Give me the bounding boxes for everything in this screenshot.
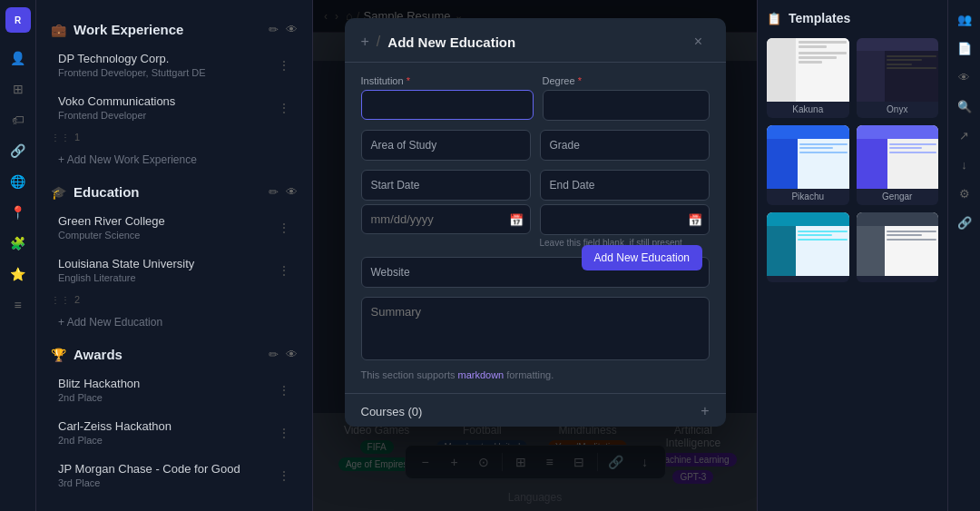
right-icon-download[interactable]: ↓ [953, 152, 976, 176]
template-thumb-onyx [857, 38, 939, 102]
education-item-louisiana[interactable]: Louisiana State University English Liter… [44, 250, 305, 290]
add-education-float-button[interactable]: Add New Education [582, 245, 702, 270]
degree-field: Degree * [543, 75, 710, 121]
briefcase-icon: 💼 [51, 23, 66, 37]
work-experience-title: 💼 Work Experience [51, 22, 183, 37]
awards-edit-icon[interactable]: ✏ [269, 348, 279, 361]
institution-field: Institution * [361, 75, 534, 121]
awards-item-carl-zeiss[interactable]: Carl-Zeiss Hackathon 2nd Place ⋮ [44, 412, 305, 453]
awards-eye-icon[interactable]: 👁 [286, 348, 298, 361]
awards-item-blitz[interactable]: Blitz Hackathon 2nd Place ⋮ [44, 369, 305, 410]
template-thumb-pikachu [767, 125, 849, 189]
grade-input[interactable]: Grade [540, 130, 710, 161]
start-date-input[interactable] [361, 204, 531, 234]
left-icon-sidebar: R 👤 ⊞ 🏷 🔗 🌐 📍 🧩 ⭐ ≡ [0, 0, 36, 511]
right-icon-share[interactable]: ↗ [953, 123, 976, 147]
education-item-green-river[interactable]: Green River College Computer Science ⋮ [44, 207, 305, 248]
template-thumb-5 [767, 212, 849, 276]
right-icon-sidebar: 👥 📄 👁 🔍 ↗ ↓ ⚙ 🔗 [947, 0, 980, 511]
nav-icon-link[interactable]: 🔗 [5, 138, 31, 163]
awards-item-jpmorgan[interactable]: JP Morgan Chase - Code for Good 3rd Plac… [44, 455, 305, 496]
education-actions: ✏ 👁 [269, 185, 298, 199]
template-name-6 [857, 276, 939, 282]
end-date-input[interactable] [540, 204, 710, 235]
work-item-dp-technology[interactable]: DP Technology Corp. Frontend Developer, … [44, 44, 305, 85]
awards-actions: ✏ 👁 [269, 348, 298, 361]
awards-section-header: 🏆 Awards ✏ 👁 [36, 339, 312, 369]
start-date-field: Start Date 📅 [361, 170, 531, 248]
template-card-5[interactable] [767, 212, 849, 282]
nav-icon-location[interactable]: 📍 [5, 200, 31, 225]
add-education-button[interactable]: + Add New Education [44, 310, 177, 334]
work-experience-edit-icon[interactable]: ✏ [269, 23, 279, 36]
template-card-6[interactable] [857, 212, 939, 282]
grade-field: Grade [540, 130, 710, 161]
education-item-menu-1[interactable]: ⋮ [278, 263, 290, 278]
education-item-menu-0[interactable]: ⋮ [278, 221, 290, 235]
modal-overlay[interactable]: + / Add New Education × Institution * [313, 0, 757, 511]
institution-input[interactable] [361, 90, 534, 120]
nav-icon-layers[interactable]: ⊞ [5, 76, 31, 102]
template-thumb-6 [857, 212, 939, 276]
add-work-experience-button[interactable]: + Add New Work Experience [44, 148, 211, 172]
work-item-menu-1[interactable]: ⋮ [278, 101, 290, 115]
template-grid: Kakuna Onyx [767, 38, 938, 282]
work-experience-eye-icon[interactable]: 👁 [286, 23, 298, 36]
education-drag-handle: ⋮⋮ 2 [36, 292, 312, 307]
templates-header: 📋 Templates [767, 9, 938, 27]
modal-close-button[interactable]: × [688, 31, 710, 53]
templates-icon: 📋 [767, 12, 781, 25]
area-study-input[interactable]: Area of Study [361, 130, 531, 161]
awards-item-menu-2[interactable]: ⋮ [278, 468, 290, 483]
markdown-note: This section supports markdown formattin… [361, 369, 710, 380]
nav-icon-person[interactable]: 👤 [5, 45, 31, 71]
end-date-calendar-icon[interactable]: 📅 [688, 213, 702, 227]
nav-icon-star[interactable]: ⭐ [5, 261, 31, 287]
form-row-institution-degree: Institution * Degree * [361, 75, 710, 121]
app-logo: R [5, 7, 31, 33]
nav-icon-bars[interactable]: ≡ [5, 292, 31, 318]
markdown-link[interactable]: markdown [458, 369, 505, 380]
start-date-calendar-icon[interactable]: 📅 [509, 212, 524, 226]
education-section-header: 🎓 Education ✏ 👁 [36, 177, 312, 207]
degree-input[interactable] [543, 90, 710, 121]
template-card-gengar[interactable]: Gengar [857, 125, 939, 205]
right-icon-file[interactable]: 📄 [953, 36, 976, 60]
template-card-kakuna[interactable]: Kakuna [767, 38, 849, 118]
graduation-icon: 🎓 [51, 185, 66, 200]
end-date-field: End Date 📅 Leave this field blank, if st… [540, 170, 710, 248]
template-name-5 [767, 276, 849, 282]
right-icon-eye[interactable]: 👁 [953, 65, 976, 89]
modal-body: Institution * Degree * [345, 63, 726, 393]
education-eye-icon[interactable]: 👁 [286, 185, 298, 199]
courses-add-button[interactable]: + [701, 403, 709, 419]
nav-icon-tag[interactable]: 🏷 [5, 107, 31, 133]
template-thumb-kakuna [767, 38, 849, 102]
left-panel: 💼 Work Experience ✏ 👁 DP Technology Corp… [36, 0, 313, 511]
work-item-voko[interactable]: Voko Communications Frontend Developer ⋮ [44, 87, 305, 128]
nav-icon-puzzle[interactable]: 🧩 [5, 231, 31, 256]
add-education-modal: + / Add New Education × Institution * [345, 18, 726, 427]
form-row-dates: Start Date 📅 End Date 📅 [361, 170, 710, 248]
education-edit-icon[interactable]: ✏ [269, 185, 279, 199]
right-icon-settings[interactable]: ⚙ [953, 182, 976, 205]
nav-icon-globe[interactable]: 🌐 [5, 169, 31, 194]
start-date-label: Start Date [361, 170, 531, 201]
work-item-menu-0[interactable]: ⋮ [278, 58, 290, 73]
end-date-label: End Date [540, 170, 710, 201]
template-card-pikachu[interactable]: Pikachu [767, 125, 849, 205]
work-experience-section-header: 💼 Work Experience ✏ 👁 [36, 15, 312, 44]
awards-item-menu-1[interactable]: ⋮ [278, 426, 290, 440]
right-icon-search[interactable]: 🔍 [953, 94, 976, 118]
template-card-onyx[interactable]: Onyx [857, 38, 939, 118]
summary-input[interactable] [361, 297, 710, 360]
area-study-field: Area of Study [361, 130, 531, 161]
templates-panel: 📋 Templates Kakuna [757, 0, 947, 511]
main-area: ‹ › ⌂ / Sample Resume ⌄ Skills + / Add N… [313, 0, 757, 511]
right-icon-users[interactable]: 👥 [953, 7, 976, 31]
right-icon-link[interactable]: 🔗 [953, 211, 976, 234]
summary-field [361, 297, 710, 360]
work-experience-actions: ✏ 👁 [269, 23, 298, 36]
awards-item-menu-0[interactable]: ⋮ [278, 383, 290, 398]
modal-plus-icon: + [361, 34, 369, 50]
